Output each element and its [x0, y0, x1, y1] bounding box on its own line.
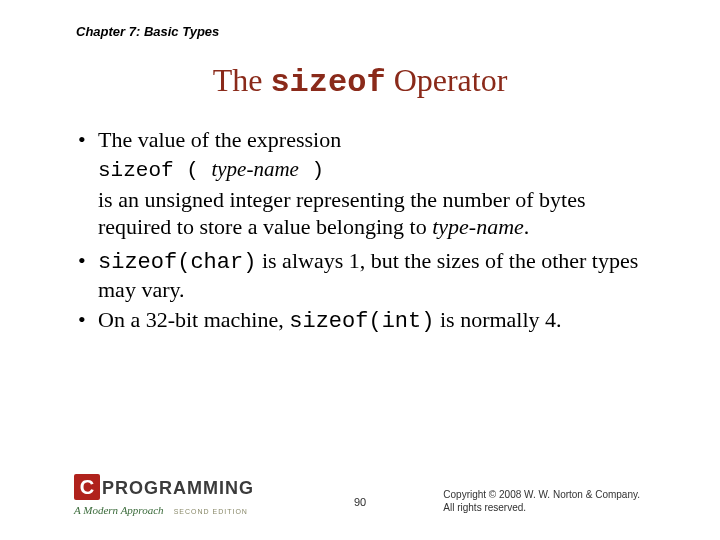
bullet-3-code: sizeof(int)	[289, 309, 434, 334]
title-pre: The	[213, 62, 271, 98]
code-line: sizeof ( type-name )	[76, 156, 660, 184]
copyright-line-2: All rights reserved.	[443, 501, 640, 514]
bullet-2: sizeof(char) is always 1, but the sizes …	[76, 247, 660, 304]
bullet-3: On a 32-bit machine, sizeof(int) is norm…	[76, 306, 660, 336]
slide-title: The sizeof Operator	[0, 62, 720, 101]
slide: Chapter 7: Basic Types The sizeof Operat…	[0, 0, 720, 540]
bullet-1-text: The value of the expression	[98, 127, 341, 152]
follow-1: is an unsigned integer representing the …	[76, 186, 660, 241]
bullet-1: The value of the expression	[76, 126, 660, 154]
copyright-line-1: Copyright © 2008 W. W. Norton & Company.	[443, 488, 640, 501]
code-a: sizeof (	[98, 159, 211, 182]
logo-edition: SECOND EDITION	[174, 508, 248, 515]
code-b: type-name	[211, 157, 298, 181]
bullet-2-code: sizeof(char)	[98, 250, 256, 275]
footer: C PROGRAMMING A Modern Approach SECOND E…	[0, 464, 720, 522]
bullet-3-post: is normally 4.	[434, 307, 561, 332]
chapter-label: Chapter 7: Basic Types	[76, 24, 219, 39]
title-post: Operator	[386, 62, 508, 98]
title-code: sizeof	[270, 64, 385, 101]
code-c: )	[299, 159, 324, 182]
copyright: Copyright © 2008 W. W. Norton & Company.…	[443, 488, 640, 514]
follow-1b: type-name	[432, 214, 524, 239]
bullet-3-pre: On a 32-bit machine,	[98, 307, 289, 332]
content-area: The value of the expression sizeof ( typ…	[76, 126, 660, 337]
follow-1c: .	[524, 214, 530, 239]
